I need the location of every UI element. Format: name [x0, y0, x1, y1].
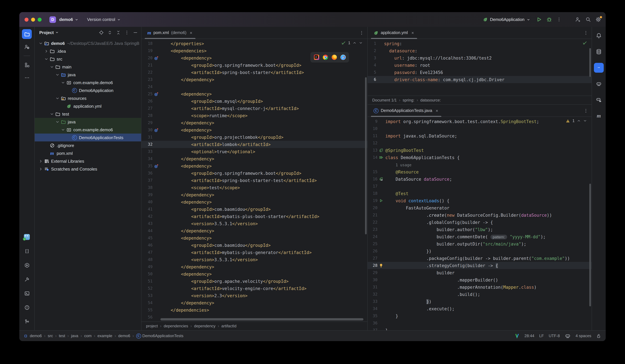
code-with-me-button[interactable] — [575, 17, 581, 22]
chevron-down-icon[interactable] — [44, 57, 49, 61]
code-line[interactable]: 3 url: jdbc:mysql://localhost:3306/test2 — [368, 54, 592, 61]
check-green-icon[interactable] — [582, 41, 587, 45]
code-line[interactable]: 9import org.springframework.boot.test.co… — [368, 118, 592, 125]
tree-item-com-example-demo6[interactable]: com.example.demo6 — [35, 126, 141, 134]
breadcrumb-item[interactable]: project — [146, 324, 158, 328]
chevron-down-icon[interactable] — [49, 112, 55, 116]
close-tab-icon[interactable] — [189, 31, 193, 34]
code-line[interactable]: 49 </dependency> — [141, 263, 367, 270]
chevron-down-icon[interactable] — [38, 41, 44, 45]
tree-item-external-libraries[interactable]: External Libraries — [35, 157, 141, 165]
file-encoding[interactable]: UTF-8 — [549, 334, 560, 338]
open-in-safari-button[interactable] — [340, 55, 345, 60]
chevron-right-icon[interactable] — [38, 167, 44, 171]
code-line[interactable]: 24 — [141, 83, 367, 90]
java-code-area[interactable]: 1 9import org.springframework.boot.test.… — [368, 117, 592, 330]
project-tool-button[interactable] — [22, 29, 32, 39]
code-line[interactable]: 25 builder.outputDir("src/main/java"); — [368, 240, 592, 247]
code-line[interactable]: 43 <version>3.5.3.1</version> — [141, 220, 367, 227]
tab-options-button[interactable] — [583, 30, 588, 35]
pom-inspection-widget[interactable]: 1 — [341, 41, 363, 45]
yml-code-area[interactable]: 1spring:2 datasource:3 url: jdbc:mysql:/… — [368, 39, 592, 95]
close-tab-icon[interactable] — [411, 31, 414, 34]
ai-chat-tool-button[interactable] — [594, 63, 604, 73]
code-line[interactable]: 1spring: — [368, 40, 592, 47]
code-line[interactable]: 35 } — [368, 312, 592, 319]
chevron-down-icon[interactable] — [55, 96, 60, 100]
minimize-window-button[interactable] — [31, 18, 35, 21]
leaf-arrow-gutter-icon[interactable] — [377, 177, 385, 181]
status-breadcrumb-item[interactable]: test — [59, 334, 65, 338]
code-line[interactable]: 19 void contextLoads() { — [368, 197, 592, 204]
code-line[interactable]: 54 </dependency> — [141, 299, 367, 306]
code-line[interactable]: 10 — [368, 125, 592, 132]
tree-item-test[interactable]: test — [35, 110, 141, 118]
tree-item-resources[interactable]: resources — [35, 94, 141, 102]
chev-up-icon[interactable] — [353, 41, 357, 45]
code-line[interactable]: 23 </dependency> — [141, 76, 367, 83]
code-line[interactable]: 51 <groupId>org.apache.velocity</groupId… — [141, 277, 367, 285]
chevron-down-icon[interactable] — [55, 72, 60, 77]
expand-all-button[interactable] — [107, 30, 112, 35]
open-in-chrome-button[interactable] — [323, 55, 328, 60]
code-line[interactable]: 34 .execute(); — [368, 305, 592, 312]
zoom-window-button[interactable] — [38, 18, 42, 21]
code-line[interactable]: 45 <dependency> — [141, 234, 367, 242]
breadcrumb-item[interactable]: Document 1/1 — [372, 98, 397, 102]
pom-code-area[interactable]: 1 18 </properties>19 <dependencies>20 <d… — [141, 39, 367, 321]
status-breadcrumb-item[interactable]: demo6 — [30, 334, 42, 338]
build-tool-button[interactable] — [22, 274, 32, 284]
status-breadcrumb-item[interactable]: example — [97, 334, 112, 338]
code-line[interactable]: 48 <version>3.5.3.1</version> — [141, 256, 367, 263]
tree-item-scratches-and-consoles[interactable]: Scratches and Consoles — [35, 165, 141, 173]
close-window-button[interactable] — [25, 18, 29, 21]
tree-item-src[interactable]: src — [35, 55, 141, 63]
code-line[interactable]: 6 driver-class-name: com.mysql.cj.jdbc.D… — [368, 76, 592, 83]
yml-inspection-widget[interactable] — [582, 41, 587, 45]
run-button[interactable] — [536, 17, 542, 22]
code-line[interactable]: 21 <groupId>org.springframework.boot</gr… — [141, 61, 367, 69]
code-line[interactable]: 11import javax.sql.DataSource; — [368, 132, 592, 139]
breadcrumb-item[interactable]: datasource: — [420, 98, 441, 102]
copilot-status[interactable] — [565, 333, 571, 339]
code-line[interactable]: 2 datasource: — [368, 47, 592, 54]
maven-nav-gutter-icon[interactable] — [153, 91, 160, 96]
code-line[interactable]: 29 </dependency> — [141, 119, 367, 126]
chev-up-icon[interactable] — [577, 119, 581, 123]
ai-assistant-tool-button[interactable]: ? — [22, 42, 32, 52]
code-line[interactable]: 41 <groupId>com.baomidou</groupId> — [141, 206, 367, 213]
java-vertical-scrollbar[interactable] — [589, 184, 591, 306]
tree-item-demo6applicationtests[interactable]: CDemo6ApplicationTests — [35, 134, 141, 141]
yml-vertical-scrollbar[interactable] — [589, 48, 591, 77]
code-line[interactable]: 39 </dependency> — [141, 191, 367, 198]
chevron-right-icon[interactable] — [44, 49, 49, 53]
code-line[interactable]: 46 <groupId>com.baomidou</groupId> — [141, 242, 367, 249]
chevron-down-icon[interactable] — [49, 65, 55, 69]
code-line[interactable]: 32 <artifactId>lombok</artifactId> — [141, 141, 367, 148]
tree-item-demo6application[interactable]: CDemo6Application — [35, 87, 141, 94]
leaf-g-gutter-icon[interactable] — [377, 148, 385, 152]
tree-item-java[interactable]: java — [35, 118, 141, 126]
tree-item--gitignore[interactable]: .gitignore — [35, 141, 141, 149]
java-inspection-widget[interactable]: 1 — [566, 119, 587, 123]
code-line[interactable]: 29 builder — [368, 269, 592, 276]
maven-nav-gutter-icon[interactable] — [153, 163, 160, 168]
more-tool-windows-button[interactable] — [22, 73, 32, 83]
pom-horizontal-scrollbar[interactable] — [160, 318, 363, 320]
code-line[interactable]: 24 builder.commentDate( pattern: "yyyy-M… — [368, 233, 592, 240]
pom-vertical-scrollbar[interactable] — [365, 77, 367, 234]
git-tool-button[interactable] — [22, 317, 32, 326]
tab-options-button[interactable] — [359, 30, 364, 35]
structure-tool-button[interactable] — [22, 60, 32, 70]
project-widget[interactable]: demo6 — [59, 17, 79, 22]
code-line[interactable]: 13@SpringBootTest — [368, 147, 592, 154]
tree-item-com-example-demo6[interactable]: com.example.demo6 — [35, 79, 141, 87]
code-line[interactable]: 21 .create(new DataSourceConfig.Builder(… — [368, 212, 592, 219]
code-line[interactable]: 31 .mapperAnnotation(Mapper.class) — [368, 283, 592, 291]
code-line[interactable]: 26 <groupId>com.mysql</groupId> — [141, 97, 367, 105]
open-in-firefox-button[interactable] — [332, 55, 337, 60]
tree-item-java[interactable]: java — [35, 71, 141, 79]
plugin-mascot-button[interactable]: ✓ — [22, 232, 32, 242]
code-line[interactable]: 53 <version>2.3</version> — [141, 292, 367, 299]
breadcrumb-item[interactable]: dependencies — [164, 324, 188, 328]
